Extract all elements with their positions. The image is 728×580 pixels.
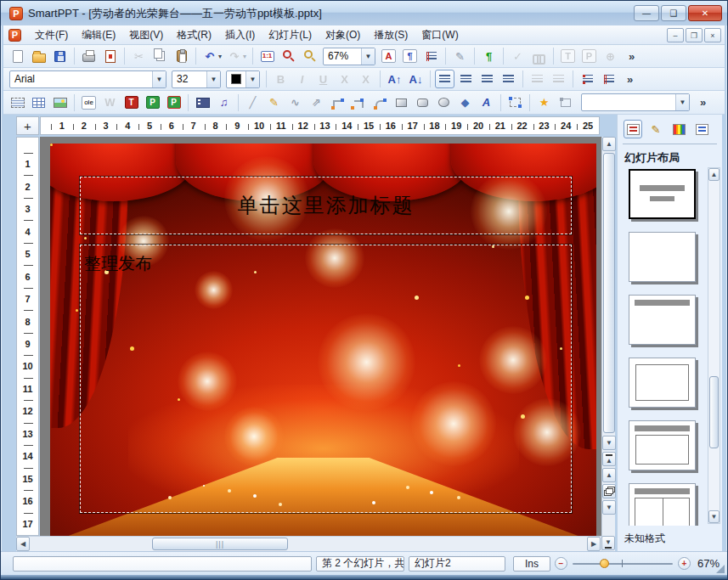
paragraph-format-button[interactable]: ¶ — [400, 47, 420, 65]
bullet-list-button[interactable] — [578, 70, 597, 88]
shape-style-combo[interactable]: ▼ — [581, 93, 690, 111]
zoom-in-button[interactable]: + — [678, 557, 691, 570]
insert-text-object-button[interactable]: T — [121, 93, 141, 112]
menu-o[interactable]: 对象(O) — [319, 25, 367, 45]
doc-minimize-button[interactable]: – — [667, 28, 684, 42]
horizontal-scrollbar[interactable]: ◀ ||| ▶ — [16, 536, 601, 551]
font-name-combo[interactable]: Arial ▼ — [9, 70, 166, 88]
paste-button[interactable] — [172, 47, 191, 65]
draw-freeform-button[interactable]: ✎ — [264, 93, 284, 112]
doc-restore-button[interactable]: ❐ — [686, 28, 703, 42]
last-slide-button[interactable]: ▼ — [601, 536, 615, 550]
insert-audio-button[interactable]: ♫ — [214, 93, 234, 112]
connector-elbow-2-button[interactable] — [349, 93, 369, 112]
group-objects-button[interactable] — [505, 93, 525, 112]
font-color-combo[interactable]: ▼ — [226, 70, 260, 88]
menu-s[interactable]: 播放(S) — [367, 25, 415, 45]
connector-elbow-button[interactable] — [328, 93, 347, 112]
scroll-left-button[interactable]: ◀ — [16, 537, 30, 551]
increase-font-size-button[interactable]: A↑ — [385, 70, 404, 88]
slide-sorter-button[interactable] — [602, 484, 616, 498]
resize-grip[interactable] — [716, 565, 725, 573]
vertical-ruler[interactable]: 1234567891011121314151617 — [16, 137, 39, 536]
align-left-button[interactable] — [435, 70, 454, 88]
font-size-combo[interactable]: 32 ▼ — [172, 70, 221, 88]
panel-scrollbar-thumb[interactable] — [709, 376, 719, 448]
slide[interactable]: 单击这里添加标题 整理发布 — [50, 144, 596, 536]
zoom-combo[interactable]: 67% ▼ — [323, 48, 375, 65]
vertical-scrollbar-thumb[interactable] — [603, 153, 615, 433]
layout-thumbnail-title-only[interactable] — [629, 295, 696, 345]
horizontal-ruler[interactable]: 1234567891011121314151617181920212223242… — [40, 116, 600, 135]
menu-r[interactable]: 格式(R) — [170, 25, 218, 45]
edit-points-button[interactable] — [556, 93, 575, 112]
layout-thumbnail-blank[interactable] — [629, 232, 696, 282]
panel-scroll-down-button[interactable]: ▼ — [708, 510, 720, 523]
insert-star-shape-button[interactable]: ★ — [534, 93, 554, 112]
zoom-button[interactable] — [300, 47, 319, 65]
draw-line-button[interactable]: ╱ — [243, 93, 262, 112]
insert-presentation-template-button[interactable]: P — [164, 93, 183, 112]
zoom-out-button[interactable]: − — [555, 557, 567, 570]
menu-e[interactable]: 编辑(E) — [75, 25, 122, 45]
zoom-selection-button[interactable] — [279, 47, 298, 65]
insert-image-button[interactable] — [50, 93, 70, 112]
font-color-dropdown[interactable]: ▼ — [245, 71, 259, 87]
restore-window-button[interactable]: ❑ — [661, 5, 686, 21]
draw-ellipse-button[interactable] — [434, 93, 454, 112]
title-placeholder[interactable]: 单击这里添加标题 — [80, 177, 572, 234]
toolbar-overflow-button[interactable]: » — [622, 47, 641, 65]
scroll-down-button[interactable]: ▼ — [602, 436, 616, 450]
fontwork-button[interactable]: A — [477, 93, 496, 112]
menu-v[interactable]: 视图(V) — [122, 25, 170, 45]
slide-design-pane-button[interactable]: ✎ — [646, 120, 665, 138]
slide-canvas[interactable]: 单击这里添加标题 整理发布 — [40, 137, 601, 536]
export-pdf-button[interactable] — [100, 47, 120, 65]
insert-presentation-object-button[interactable]: P — [143, 93, 162, 112]
doc-close-button[interactable]: × — [704, 28, 721, 42]
font-color-button[interactable]: A — [379, 47, 398, 65]
layout-thumbnail-title-content[interactable] — [629, 420, 696, 470]
decrease-font-size-button[interactable]: A↓ — [406, 70, 426, 88]
slide-layout-pane-button[interactable] — [624, 120, 642, 138]
next-slide-button[interactable]: ▼ — [602, 500, 616, 515]
menu-w[interactable]: 窗口(W) — [415, 25, 465, 45]
copy-button[interactable] — [150, 47, 170, 65]
layout-thumbnail-content[interactable] — [629, 358, 696, 408]
justify-button[interactable] — [499, 70, 518, 88]
insert-video-button[interactable] — [193, 93, 212, 112]
draw-arrow-button[interactable]: ⇗ — [307, 93, 326, 112]
subtitle-placeholder[interactable]: 整理发布 — [80, 245, 572, 513]
open-file-button[interactable] — [29, 47, 48, 65]
font-name-dropdown[interactable]: ▼ — [152, 71, 166, 87]
drawing-toolbar-overflow-button[interactable]: » — [693, 93, 713, 112]
panel-scroll-up-button[interactable]: ▲ — [708, 168, 720, 181]
basic-shapes-button[interactable]: ◆ — [455, 93, 475, 112]
shape-style-dropdown[interactable]: ▼ — [675, 94, 689, 110]
format-painter-button[interactable]: ✎ — [450, 47, 470, 65]
draw-curve-button[interactable]: ∿ — [285, 93, 305, 112]
undo-dropdown[interactable]: ▾ — [218, 53, 222, 60]
zoom-slider-thumb[interactable] — [600, 559, 609, 568]
new-document-button[interactable] — [8, 47, 27, 65]
draw-rounded-rectangle-button[interactable] — [413, 93, 432, 112]
zoom-combo-dropdown[interactable]: ▼ — [361, 48, 375, 65]
previous-slide-button[interactable]: ▲ — [602, 468, 616, 482]
ruler-origin-button[interactable]: + — [16, 116, 39, 135]
print-button[interactable] — [79, 47, 99, 65]
align-center-button[interactable] — [477, 70, 497, 88]
outline-list-button[interactable] — [421, 47, 441, 65]
close-window-button[interactable]: ✕ — [688, 5, 722, 21]
insert-textbox-button[interactable] — [8, 93, 27, 112]
connector-curved-button[interactable] — [370, 93, 390, 112]
first-slide-button[interactable]: ▲ — [602, 452, 616, 466]
save-button[interactable] — [50, 47, 70, 65]
font-size-dropdown[interactable]: ▼ — [206, 71, 220, 87]
insert-ole-object-button[interactable]: ole — [79, 93, 99, 112]
scroll-up-button[interactable]: ▲ — [602, 137, 616, 151]
zoom-slider[interactable] — [573, 563, 673, 565]
layout-thumbnail-title-two-content[interactable] — [629, 483, 696, 526]
panel-scrollbar[interactable]: ▲ ▼ — [708, 167, 720, 524]
vertical-scrollbar[interactable]: ▲ ▼ ▲▲▼ — [601, 137, 615, 551]
formatting-marks-button[interactable]: ¶ — [479, 47, 499, 65]
